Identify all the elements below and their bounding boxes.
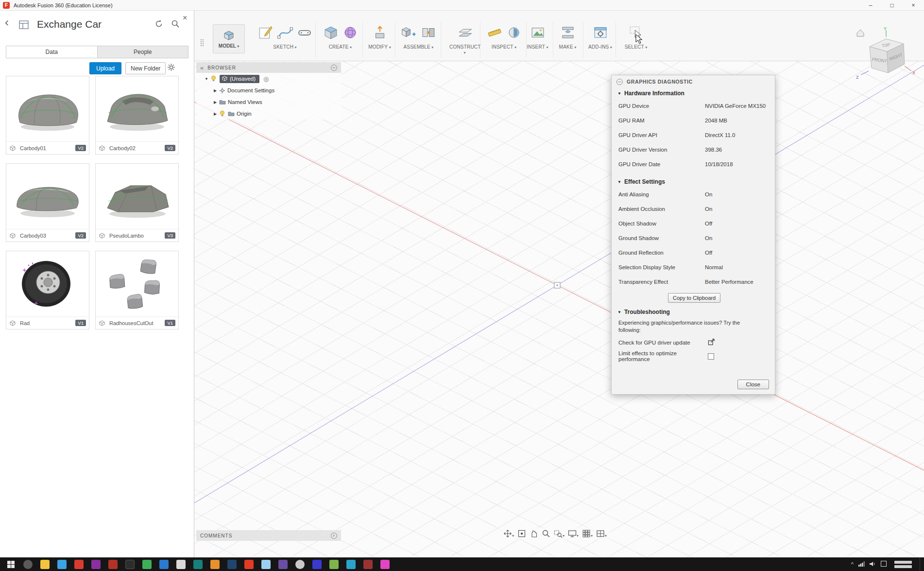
orbit-icon[interactable] <box>503 529 514 538</box>
taskbar-app-icon[interactable] <box>142 560 152 569</box>
workspace-switcher[interactable]: MODEL <box>213 24 245 53</box>
spline-icon[interactable] <box>275 22 295 43</box>
close-button[interactable]: × <box>903 0 924 10</box>
taskbar-app-icon[interactable] <box>23 560 33 569</box>
create-sketch-icon[interactable] <box>256 22 275 43</box>
new-folder-button[interactable]: New Folder <box>125 62 166 74</box>
upload-button[interactable]: Upload <box>89 62 121 74</box>
zoom-icon[interactable] <box>542 529 550 538</box>
look-at-icon[interactable] <box>517 529 526 538</box>
tab-data[interactable]: Data <box>6 46 97 58</box>
visibility-bulb-icon[interactable] <box>219 110 225 117</box>
taskbar-app-icon[interactable] <box>210 560 220 569</box>
taskbar-app-icon[interactable] <box>329 560 339 569</box>
troubleshooting-section-header[interactable]: ▼ Troubleshooting <box>612 307 775 317</box>
version-badge[interactable]: V2 <box>75 232 86 239</box>
taskbar-app-icon[interactable] <box>125 560 135 569</box>
taskbar-app-icon[interactable] <box>74 560 84 569</box>
taskbar-app-icon[interactable] <box>227 560 237 569</box>
version-badge[interactable]: V3 <box>165 232 175 239</box>
refresh-icon[interactable] <box>154 19 163 30</box>
thumbnail-carbody02[interactable] <box>96 76 178 141</box>
taskbar-app-icon[interactable] <box>40 560 50 569</box>
taskbar-app-icon[interactable] <box>363 560 373 569</box>
expand-arrow-icon[interactable]: ▼ <box>203 77 210 81</box>
show-desktop-button[interactable] <box>920 557 922 571</box>
taskbar-app-icon[interactable] <box>193 560 203 569</box>
thumbnail-carbody03[interactable] <box>6 164 89 229</box>
tray-language-icon[interactable] <box>881 560 887 569</box>
version-badge[interactable]: V2 <box>75 145 86 151</box>
slot-icon[interactable] <box>295 22 314 43</box>
comments-expand-icon[interactable]: › <box>331 533 337 539</box>
browser-root-row[interactable]: ▼ (Unsaved) ◎ <box>196 73 341 85</box>
taskbar-clock[interactable] <box>894 561 912 568</box>
display-settings-icon[interactable] <box>568 529 579 538</box>
expand-arrow-icon[interactable]: ▶ <box>212 112 219 116</box>
browser-row-named-views[interactable]: ▶ Named Views <box>196 96 341 108</box>
tray-volume-icon[interactable] <box>870 560 876 569</box>
create-form-icon[interactable] <box>341 22 360 43</box>
dialog-close-button[interactable]: Close <box>737 380 769 389</box>
browser-collapse-icon[interactable]: « <box>200 64 204 71</box>
taskbar-app-icon[interactable] <box>108 560 118 569</box>
version-badge[interactable]: V1 <box>165 320 175 326</box>
joint-icon[interactable] <box>419 22 438 43</box>
pan-hand-icon[interactable] <box>530 529 538 538</box>
effects-section-header[interactable]: ▼ Effect Settings <box>612 176 775 187</box>
new-component-icon[interactable] <box>399 22 419 43</box>
taskbar-app-icon[interactable] <box>176 560 186 569</box>
taskbar-app-icon[interactable] <box>244 560 254 569</box>
panel-close-icon[interactable]: × <box>183 14 187 22</box>
visibility-bulb-icon[interactable] <box>210 75 217 82</box>
browser-row-origin[interactable]: ▶ Origin <box>196 108 341 120</box>
tab-people[interactable]: People <box>97 46 188 58</box>
section-analysis-icon[interactable] <box>504 22 524 43</box>
copy-to-clipboard-button[interactable]: Copy to Clipboard <box>668 293 720 303</box>
taskbar-app-icon[interactable] <box>57 560 67 569</box>
version-badge[interactable]: V2 <box>165 145 175 151</box>
thumbnail-carbody01[interactable] <box>6 76 89 141</box>
thumbnail-rad-wheel[interactable] <box>6 251 89 316</box>
thumbnail-pseudolambo[interactable] <box>96 164 178 229</box>
panel-settings-gear-icon[interactable] <box>167 63 175 73</box>
zoom-window-icon[interactable] <box>554 529 565 538</box>
maximize-button[interactable]: □ <box>881 0 903 10</box>
taskbar-app-icon[interactable] <box>261 560 271 569</box>
viewports-icon[interactable] <box>596 529 607 538</box>
tray-expand-icon[interactable]: ^ <box>851 561 854 567</box>
construction-plane-icon[interactable] <box>455 22 475 43</box>
add-ins-icon[interactable] <box>591 22 610 43</box>
taskbar-app-icon[interactable] <box>380 560 390 569</box>
comments-bar[interactable]: COMMENTS › <box>196 530 341 541</box>
taskbar-app-icon[interactable] <box>278 560 288 569</box>
thumbnail-radhousescutout[interactable] <box>96 251 178 316</box>
measure-icon[interactable] <box>485 22 504 43</box>
taskbar-app-icon[interactable] <box>312 560 322 569</box>
activate-target-icon[interactable]: ◎ <box>263 75 269 83</box>
taskbar-app-icon[interactable] <box>346 560 356 569</box>
grid-snaps-icon[interactable] <box>582 529 593 538</box>
external-link-icon[interactable] <box>708 339 715 346</box>
viewport[interactable] <box>194 61 924 557</box>
3d-print-icon[interactable] <box>558 22 578 43</box>
taskbar-app-icon[interactable] <box>159 560 169 569</box>
dialog-minimize-icon[interactable]: – <box>616 79 623 85</box>
hardware-section-header[interactable]: ▼ Hardware Information <box>612 88 775 99</box>
version-badge[interactable]: V1 <box>75 320 86 326</box>
insert-image-icon[interactable] <box>528 22 548 43</box>
toolbar-drag-handle-icon[interactable] <box>200 39 204 47</box>
new-solid-box-icon[interactable] <box>321 22 341 43</box>
expand-arrow-icon[interactable]: ▶ <box>212 88 219 93</box>
tray-network-icon[interactable] <box>858 560 865 569</box>
minimize-button[interactable]: – <box>860 0 881 10</box>
taskbar-app-icon[interactable] <box>91 560 101 569</box>
view-cube[interactable]: TOP FRONT RIGHT Y X Z <box>855 25 917 86</box>
start-button[interactable] <box>5 559 16 570</box>
press-pull-icon[interactable] <box>370 22 390 43</box>
limit-effects-checkbox[interactable] <box>708 353 714 360</box>
project-grid-icon[interactable] <box>18 19 29 32</box>
back-icon[interactable]: ‹ <box>5 17 9 28</box>
browser-row-document-settings[interactable]: ▶ Document Settings <box>196 85 341 96</box>
browser-minimize-icon[interactable]: – <box>331 65 337 71</box>
